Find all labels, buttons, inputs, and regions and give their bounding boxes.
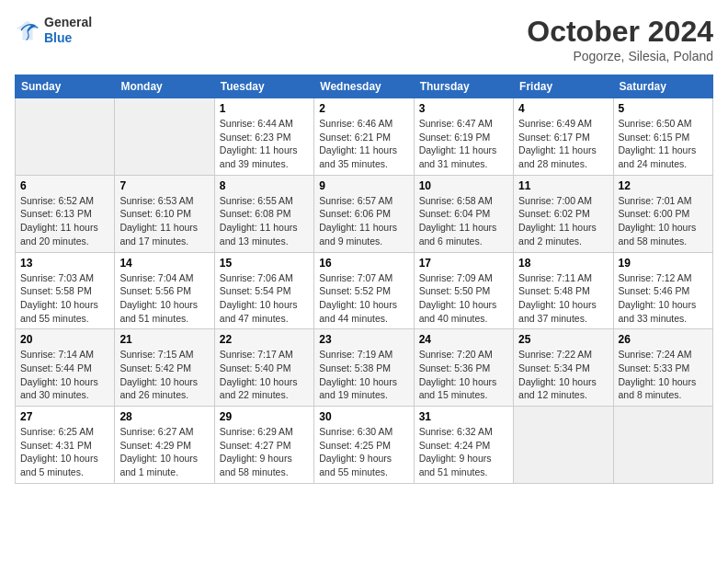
day-number: 24 (419, 333, 508, 346)
day-number: 14 (119, 257, 209, 270)
calendar-week-1: 1Sunrise: 6:44 AMSunset: 6:23 PMDaylight… (16, 98, 713, 176)
cell-content: Sunrise: 6:30 AMSunset: 4:25 PMDaylight:… (319, 425, 408, 479)
day-number: 7 (119, 179, 209, 192)
calendar-cell: 2Sunrise: 6:46 AMSunset: 6:21 PMDaylight… (314, 98, 414, 176)
calendar-week-4: 20Sunrise: 7:14 AMSunset: 5:44 PMDayligh… (16, 329, 713, 407)
calendar-cell: 18Sunrise: 7:11 AMSunset: 5:48 PMDayligh… (514, 252, 613, 329)
day-number: 17 (419, 257, 508, 270)
day-number: 31 (419, 410, 508, 423)
day-number: 8 (220, 179, 309, 192)
calendar-cell: 24Sunrise: 7:20 AMSunset: 5:36 PMDayligh… (414, 329, 513, 407)
col-tuesday: Tuesday (214, 75, 313, 98)
day-number: 13 (20, 257, 109, 270)
logo: General Blue (15, 15, 92, 46)
day-number: 28 (119, 410, 209, 423)
calendar-cell (16, 98, 115, 176)
calendar-cell: 23Sunrise: 7:19 AMSunset: 5:38 PMDayligh… (314, 329, 414, 407)
cell-content: Sunrise: 7:04 AMSunset: 5:56 PMDaylight:… (119, 271, 209, 326)
page-header: General Blue October 2024 Pogorze, Siles… (15, 15, 713, 63)
cell-content: Sunrise: 7:01 AMSunset: 6:00 PMDaylight:… (619, 194, 708, 248)
calendar-cell (115, 98, 214, 176)
calendar-cell: 28Sunrise: 6:27 AMSunset: 4:29 PMDayligh… (115, 407, 214, 484)
cell-content: Sunrise: 7:03 AMSunset: 5:58 PMDaylight:… (20, 271, 109, 326)
header-row: Sunday Monday Tuesday Wednesday Thursday… (16, 75, 713, 98)
day-number: 21 (119, 333, 209, 346)
col-sunday: Sunday (16, 75, 115, 98)
calendar-cell: 6Sunrise: 6:52 AMSunset: 6:13 PMDaylight… (16, 175, 115, 252)
calendar-cell: 10Sunrise: 6:58 AMSunset: 6:04 PMDayligh… (414, 175, 513, 252)
title-area: October 2024 Pogorze, Silesia, Poland (527, 15, 713, 63)
calendar-cell: 22Sunrise: 7:17 AMSunset: 5:40 PMDayligh… (214, 329, 313, 407)
day-number: 22 (220, 333, 309, 346)
calendar-cell: 8Sunrise: 6:55 AMSunset: 6:08 PMDaylight… (214, 175, 313, 252)
calendar-header: Sunday Monday Tuesday Wednesday Thursday… (16, 75, 713, 98)
col-thursday: Thursday (414, 75, 513, 98)
calendar-cell (514, 407, 613, 484)
day-number: 6 (20, 179, 109, 192)
logo-text: General Blue (44, 15, 92, 46)
day-number: 27 (20, 410, 109, 423)
cell-content: Sunrise: 6:47 AMSunset: 6:19 PMDaylight:… (419, 117, 508, 171)
calendar-cell: 13Sunrise: 7:03 AMSunset: 5:58 PMDayligh… (16, 252, 115, 329)
calendar-cell: 16Sunrise: 7:07 AMSunset: 5:52 PMDayligh… (314, 252, 414, 329)
cell-content: Sunrise: 6:52 AMSunset: 6:13 PMDaylight:… (20, 194, 109, 248)
day-number: 20 (20, 333, 109, 346)
calendar-cell: 11Sunrise: 7:00 AMSunset: 6:02 PMDayligh… (514, 175, 613, 252)
day-number: 26 (619, 333, 708, 346)
cell-content: Sunrise: 7:24 AMSunset: 5:33 PMDaylight:… (619, 348, 708, 402)
calendar-body: 1Sunrise: 6:44 AMSunset: 6:23 PMDaylight… (16, 98, 713, 484)
calendar-cell: 19Sunrise: 7:12 AMSunset: 5:46 PMDayligh… (613, 252, 712, 329)
cell-content: Sunrise: 6:29 AMSunset: 4:27 PMDaylight:… (220, 425, 309, 479)
col-saturday: Saturday (613, 75, 712, 98)
calendar-table: Sunday Monday Tuesday Wednesday Thursday… (15, 75, 713, 484)
cell-content: Sunrise: 7:07 AMSunset: 5:52 PMDaylight:… (319, 271, 408, 326)
day-number: 25 (518, 333, 608, 346)
day-number: 18 (518, 257, 608, 270)
calendar-cell: 15Sunrise: 7:06 AMSunset: 5:54 PMDayligh… (214, 252, 313, 329)
col-monday: Monday (115, 75, 214, 98)
calendar-cell: 4Sunrise: 6:49 AMSunset: 6:17 PMDaylight… (514, 98, 613, 176)
month-title: October 2024 (527, 15, 713, 49)
cell-content: Sunrise: 6:55 AMSunset: 6:08 PMDaylight:… (220, 194, 309, 248)
calendar-cell: 12Sunrise: 7:01 AMSunset: 6:00 PMDayligh… (613, 175, 712, 252)
calendar-cell: 1Sunrise: 6:44 AMSunset: 6:23 PMDaylight… (214, 98, 313, 176)
cell-content: Sunrise: 6:44 AMSunset: 6:23 PMDaylight:… (220, 117, 309, 171)
cell-content: Sunrise: 6:32 AMSunset: 4:24 PMDaylight:… (419, 425, 508, 479)
logo-general: General (44, 15, 92, 30)
day-number: 10 (419, 179, 508, 192)
day-number: 23 (319, 333, 408, 346)
calendar-cell: 20Sunrise: 7:14 AMSunset: 5:44 PMDayligh… (16, 329, 115, 407)
cell-content: Sunrise: 6:25 AMSunset: 4:31 PMDaylight:… (20, 425, 109, 479)
logo-blue: Blue (44, 30, 92, 46)
day-number: 11 (518, 179, 608, 192)
cell-content: Sunrise: 6:27 AMSunset: 4:29 PMDaylight:… (119, 425, 209, 479)
cell-content: Sunrise: 7:17 AMSunset: 5:40 PMDaylight:… (220, 348, 309, 402)
calendar-cell (613, 407, 712, 484)
calendar-cell: 3Sunrise: 6:47 AMSunset: 6:19 PMDaylight… (414, 98, 513, 176)
calendar-cell: 21Sunrise: 7:15 AMSunset: 5:42 PMDayligh… (115, 329, 214, 407)
calendar-cell: 7Sunrise: 6:53 AMSunset: 6:10 PMDaylight… (115, 175, 214, 252)
cell-content: Sunrise: 6:46 AMSunset: 6:21 PMDaylight:… (319, 117, 408, 171)
day-number: 16 (319, 257, 408, 270)
cell-content: Sunrise: 7:09 AMSunset: 5:50 PMDaylight:… (419, 271, 508, 326)
calendar-cell: 30Sunrise: 6:30 AMSunset: 4:25 PMDayligh… (314, 407, 414, 484)
location: Pogorze, Silesia, Poland (527, 49, 713, 63)
calendar-cell: 25Sunrise: 7:22 AMSunset: 5:34 PMDayligh… (514, 329, 613, 407)
day-number: 1 (220, 102, 309, 115)
calendar-cell: 29Sunrise: 6:29 AMSunset: 4:27 PMDayligh… (214, 407, 313, 484)
cell-content: Sunrise: 7:19 AMSunset: 5:38 PMDaylight:… (319, 348, 408, 402)
cell-content: Sunrise: 6:50 AMSunset: 6:15 PMDaylight:… (619, 117, 708, 171)
cell-content: Sunrise: 7:00 AMSunset: 6:02 PMDaylight:… (518, 194, 608, 248)
day-number: 5 (619, 102, 708, 115)
cell-content: Sunrise: 6:49 AMSunset: 6:17 PMDaylight:… (518, 117, 608, 171)
cell-content: Sunrise: 6:58 AMSunset: 6:04 PMDaylight:… (419, 194, 508, 248)
svg-point-1 (31, 24, 35, 27)
cell-content: Sunrise: 7:15 AMSunset: 5:42 PMDaylight:… (119, 348, 209, 402)
day-number: 4 (518, 102, 608, 115)
calendar-cell: 26Sunrise: 7:24 AMSunset: 5:33 PMDayligh… (613, 329, 712, 407)
cell-content: Sunrise: 6:53 AMSunset: 6:10 PMDaylight:… (119, 194, 209, 248)
calendar-week-2: 6Sunrise: 6:52 AMSunset: 6:13 PMDaylight… (16, 175, 713, 252)
cell-content: Sunrise: 7:12 AMSunset: 5:46 PMDaylight:… (619, 271, 708, 326)
calendar-cell: 5Sunrise: 6:50 AMSunset: 6:15 PMDaylight… (613, 98, 712, 176)
logo-bird-icon (15, 17, 40, 43)
